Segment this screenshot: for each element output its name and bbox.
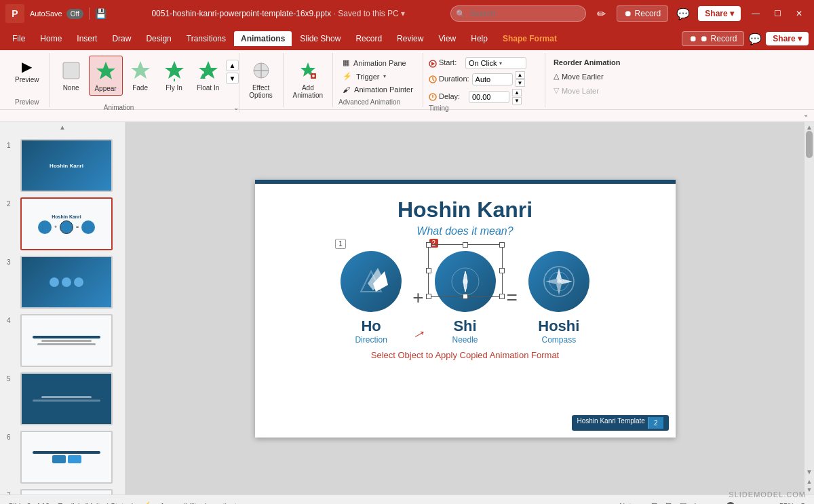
share-menu-button[interactable]: Share ▾: [766, 32, 809, 45]
animation-flyin-button[interactable]: Fly In: [158, 56, 191, 94]
circle-hoshi[interactable]: [528, 251, 589, 312]
slide-item-5[interactable]: 5: [5, 371, 119, 427]
menu-design[interactable]: Design: [139, 31, 178, 46]
menu-view[interactable]: View: [431, 31, 463, 46]
move-later-button[interactable]: ▽ Move Later: [551, 85, 623, 96]
share-button[interactable]: Share ▾: [698, 6, 741, 21]
zoom-in-button[interactable]: +: [773, 502, 777, 505]
slide-thumb-5[interactable]: [20, 372, 113, 425]
maximize-button[interactable]: ☐: [768, 4, 787, 23]
shi-selection-container: [435, 251, 496, 317]
comment-button[interactable]: 💬: [674, 4, 693, 23]
slide-thumb-4[interactable]: [20, 314, 113, 367]
ribbon-group-add-anim: AddAnimation: [284, 53, 333, 107]
trigger-button[interactable]: ⚡ Trigger ▾: [338, 71, 417, 82]
slide-item-1[interactable]: 1 Hoshin Kanri: [5, 138, 119, 193]
scroll-more-up[interactable]: ▲: [807, 478, 813, 485]
menu-transitions[interactable]: Transitions: [180, 31, 233, 46]
animation-floatin-icon: [196, 58, 220, 83]
slide-item-3[interactable]: 3: [5, 254, 119, 310]
animation-painter-button[interactable]: 🖌 Animation Painter: [338, 84, 417, 95]
scroll-more-down[interactable]: ▼: [807, 486, 813, 493]
menu-draw[interactable]: Draw: [105, 31, 138, 46]
slide-thumb-2[interactable]: Hoshin Kanri + =: [20, 197, 113, 250]
menu-slideshow[interactable]: Slide Show: [293, 31, 347, 46]
menu-help[interactable]: Help: [464, 31, 495, 46]
handle-br[interactable]: [499, 294, 505, 299]
zoom-out-button[interactable]: −: [708, 502, 712, 505]
duration-up-button[interactable]: ▲: [516, 71, 525, 79]
eq-item-shi: 2: [435, 251, 496, 345]
menu-animations[interactable]: Animations: [234, 31, 292, 46]
handle-tc[interactable]: [463, 242, 468, 248]
animation-floatin-button[interactable]: Float In: [192, 56, 225, 94]
search-input[interactable]: [450, 5, 586, 22]
slide-thumb-1[interactable]: Hoshin Kanri: [20, 139, 113, 192]
menu-shape-format[interactable]: Shape Format: [496, 31, 564, 46]
start-dropdown[interactable]: On Click ▾: [465, 57, 526, 69]
animation-pane-button[interactable]: ▦ Animation Pane: [338, 57, 417, 69]
slide-item-2[interactable]: 2 Hoshin Kanri + =: [5, 196, 119, 252]
effect-options-button[interactable]: EffectOptions: [245, 56, 277, 102]
animation-none-button[interactable]: None: [55, 56, 88, 94]
menu-file[interactable]: File: [5, 31, 32, 46]
minimize-button[interactable]: —: [746, 4, 765, 23]
circle-shi[interactable]: [435, 251, 496, 312]
add-animation-label: AddAnimation: [293, 84, 323, 99]
handle-tr[interactable]: [499, 242, 505, 248]
handle-bl[interactable]: [426, 294, 431, 299]
fit-to-window-button[interactable]: ⊕: [800, 501, 806, 504]
normal-view-button[interactable]: ⊞: [648, 500, 660, 504]
duration-input[interactable]: [472, 73, 513, 85]
delay-up-button[interactable]: ▲: [512, 89, 522, 96]
slide-thumb-7[interactable]: [20, 489, 113, 495]
preview-button[interactable]: ▶ Preview: [11, 56, 43, 86]
slideshow-button[interactable]: ▷: [692, 500, 703, 504]
window-controls: — ☐ ✕: [746, 4, 809, 23]
ribbon-group-preview: ▶ Preview Preview: [5, 53, 50, 107]
delay-input[interactable]: [469, 91, 509, 103]
add-animation-button[interactable]: AddAnimation: [289, 56, 327, 102]
slide-panel: ▲ 1 Hoshin Kanri 2 Hoshin Kanri: [0, 122, 125, 495]
scroll-up-button[interactable]: ▲: [806, 123, 813, 131]
pencil-icon[interactable]: ✏: [592, 5, 611, 23]
slide-sorter-button[interactable]: ⊟: [663, 500, 674, 504]
record-circle-icon: ⏺: [689, 34, 697, 43]
slide-thumb-3[interactable]: [20, 256, 113, 309]
menu-review[interactable]: Review: [390, 31, 430, 46]
record-menu-button[interactable]: ⏺ ⏺ Record: [682, 31, 744, 46]
animation-dialog-launcher[interactable]: ⌄: [233, 104, 239, 111]
close-button[interactable]: ✕: [790, 4, 809, 23]
ribbon-collapse-button[interactable]: ⌄: [803, 111, 809, 121]
reading-view-button[interactable]: ▣: [677, 500, 689, 504]
animation-appear-button[interactable]: Appear: [89, 56, 123, 96]
delay-down-button[interactable]: ▼: [512, 97, 522, 104]
handle-mr[interactable]: [499, 268, 505, 273]
slide-tag-num: 2: [648, 417, 663, 429]
scroll-down-button[interactable]: ▼: [806, 468, 813, 476]
slide-item-7[interactable]: 7: [5, 488, 119, 495]
handle-ml[interactable]: [426, 268, 431, 273]
record-button[interactable]: ⏺ Record: [617, 5, 669, 22]
slide-thumb-inner-3: [22, 257, 111, 307]
animation-fade-button[interactable]: Fade: [124, 56, 157, 94]
animation-scroll-up[interactable]: ▲: [226, 60, 239, 71]
comment-menu-button[interactable]: 💬: [745, 29, 764, 48]
menu-insert[interactable]: Insert: [70, 31, 104, 46]
menu-record[interactable]: Record: [349, 31, 389, 46]
duration-down-button[interactable]: ▼: [516, 79, 525, 87]
animation-scroll-down[interactable]: ▼: [226, 73, 239, 84]
move-earlier-button[interactable]: △ Move Earlier: [551, 71, 623, 82]
slide-item-6[interactable]: 6: [5, 429, 119, 485]
save-icon[interactable]: 💾: [95, 8, 106, 19]
notes-button[interactable]: ≡ Notes: [608, 501, 643, 505]
menu-home[interactable]: Home: [33, 31, 69, 46]
slide-tag: Hoshin Kanri Template 2: [572, 415, 669, 431]
svg-marker-2: [131, 61, 150, 79]
scrollbar-thumb[interactable]: [806, 131, 813, 158]
slide-item-4[interactable]: 4: [5, 313, 119, 368]
slide-thumb-6[interactable]: [20, 431, 113, 484]
circle-ho[interactable]: [341, 251, 402, 312]
slide-panel-scroll-up[interactable]: ▲: [0, 122, 125, 132]
autosave-toggle[interactable]: Off: [66, 9, 83, 19]
